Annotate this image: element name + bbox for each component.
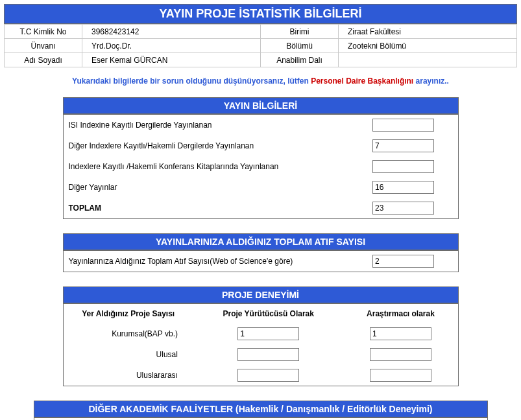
yayin-input-isi[interactable] xyxy=(372,119,434,132)
proje-ulusal-yurutucu-input[interactable] xyxy=(237,348,299,361)
bolum-value: Zootekni Bölümü xyxy=(339,39,517,53)
yayin-total-label: TOPLAM xyxy=(63,198,367,219)
yayin-input-diger-index[interactable] xyxy=(372,139,434,152)
notice-red: Personel Daire Başkanlığını xyxy=(311,76,413,86)
proje-row-label: Uluslararası xyxy=(63,365,193,386)
proje-row-label: Kurumsal(BAP vb.) xyxy=(63,323,193,344)
diger-row-label xyxy=(34,418,396,421)
proje-col3: Araştırmacı olarak xyxy=(343,304,458,324)
yayin-row-label: Diğer Yayınlar xyxy=(63,177,367,198)
ad-value: Eser Kemal GÜRCAN xyxy=(82,53,261,67)
page-title: YAYIN PROJE İSTATİSTİK BİLGİLERİ xyxy=(4,4,517,24)
proje-col1: Yer Aldığınız Proje Sayısı xyxy=(63,304,193,324)
bolum-label: Bölümü xyxy=(261,39,339,53)
person-info-table: T.C Kimlik No 39682423142 Birimi Ziraat … xyxy=(4,24,517,67)
proje-uluslararasi-arastirmaci-input[interactable] xyxy=(370,369,431,382)
proje-col2: Proje Yürütücüsü Olarak xyxy=(193,304,344,324)
diger-header: DİĞER AKADEMİK FAALİYETLER (Hakemlik / D… xyxy=(34,401,488,417)
anabilim-value xyxy=(339,53,517,67)
notice-after: arayınız.. xyxy=(413,76,449,86)
notice-text: Yukarıdaki bilgilerde bir sorun olduğunu… xyxy=(4,67,517,97)
proje-row-label: Ulusal xyxy=(63,344,193,365)
unvan-label: Ünvanı xyxy=(5,39,82,53)
anabilim-label: Anabilim Dalı xyxy=(261,53,339,67)
atif-label: Yayınlarınıza Aldığınız Toplam Atıf Sayı… xyxy=(63,251,367,272)
yayin-row-label: Diğer Indexlere Kayıtlı/Hakemli Dergiler… xyxy=(63,135,367,156)
atif-table: Yayınlarınıza Aldığınız Toplam Atıf Sayı… xyxy=(63,250,459,272)
diger-table xyxy=(34,417,488,420)
proje-table: Yer Aldığınız Proje Sayısı Proje Yürütüc… xyxy=(63,303,459,386)
yayin-input-diger[interactable] xyxy=(372,181,434,194)
proje-kurumsal-arastirmaci-input[interactable] xyxy=(370,327,431,340)
tc-label: T.C Kimlik No xyxy=(5,25,82,39)
proje-header: PROJE DENEYİMİ xyxy=(63,286,459,303)
yayin-row-label: Indexlere Kayıtlı /Hakemli Konferans Kit… xyxy=(63,156,367,177)
proje-ulusal-arastirmaci-input[interactable] xyxy=(370,348,431,361)
yayin-row-label: ISI Indexine Kayıtlı Dergilerde Yayınlan… xyxy=(63,115,367,136)
unvan-value: Yrd.Doç.Dr. xyxy=(82,39,261,53)
atif-input[interactable] xyxy=(372,255,434,268)
atif-header: YAYINLARINIZA ALDIĞINIZ TOPLAM ATIF SAYI… xyxy=(63,233,459,250)
birim-value: Ziraat Fakültesi xyxy=(339,25,517,39)
yayin-input-total[interactable] xyxy=(372,202,434,215)
ad-label: Adı Soyadı xyxy=(5,53,82,67)
proje-uluslararasi-yurutucu-input[interactable] xyxy=(237,369,299,382)
yayin-table: ISI Indexine Kayıtlı Dergilerde Yayınlan… xyxy=(63,114,459,219)
notice-before: Yukarıdaki bilgilerde bir sorun olduğunu… xyxy=(72,76,311,86)
yayin-header: YAYIN BİLGİLERİ xyxy=(63,97,459,114)
birim-label: Birimi xyxy=(261,25,339,39)
yayin-input-konferans[interactable] xyxy=(372,160,434,173)
proje-kurumsal-yurutucu-input[interactable] xyxy=(237,327,299,340)
tc-value: 39682423142 xyxy=(82,25,261,39)
